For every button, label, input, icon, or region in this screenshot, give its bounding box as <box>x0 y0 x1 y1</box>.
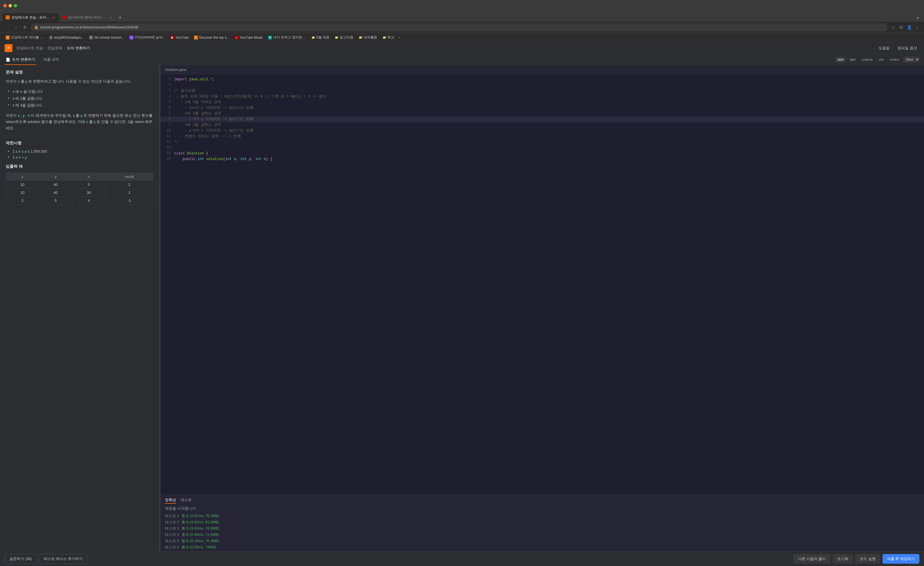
profile-button[interactable]: 👤 <box>906 24 913 31</box>
theme-sublime-button[interactable]: sublime <box>860 57 875 62</box>
bookmark-star-button[interactable]: ☆ <box>890 24 897 31</box>
tab-1-label: 코딩테스트 연습 - 숫자 변환하기 | <box>11 15 50 20</box>
result-tab-test[interactable]: 테스트 <box>181 497 192 504</box>
theme-vim-button[interactable]: vim <box>876 57 886 62</box>
tab-1-favicon <box>6 15 10 20</box>
refresh-button[interactable]: ↻ <box>22 24 28 31</box>
bookmark-programmers-icon: P <box>6 36 10 39</box>
divider-1 <box>6 136 153 136</box>
bookmark-git[interactable]: G Git remote branch... <box>87 35 127 40</box>
bookmark-activities[interactable]: 📁 대외활동 <box>356 35 380 41</box>
theme-emacs-button[interactable]: emacs <box>888 57 902 62</box>
operation-3: x 에 3을 곱합니다. <box>10 103 153 108</box>
line-content: - 변환이 안되는 경우 -> -1 반환 <box>174 134 924 139</box>
submit-button[interactable]: 제출 후 채점하기 <box>882 554 920 564</box>
bookmark-youtube-music[interactable]: ♪ YouTube Music <box>232 35 265 40</box>
bookmark-commit-icon: ✓ <box>129 36 134 39</box>
code-line: 5 - x에 n을 더하는 경우 <box>160 99 924 105</box>
test-result-item: 테스트 4통과 (0.09ms, 72.6MB) <box>165 532 920 537</box>
tab-2-label: (1) 데이터 엔지니어가 백엔드부터.. <box>68 15 106 20</box>
address-bar: ‹ › ↻ 🔒 school.programmers.co.kr/learn/c… <box>0 22 924 33</box>
forward-button[interactable]: › <box>12 24 20 31</box>
line-content: - x에 n을 더하는 경우 <box>174 99 924 105</box>
maximize-button[interactable] <box>14 4 17 8</box>
result-tab-accuracy[interactable]: 정확성 <box>165 497 176 504</box>
io-table-cell: 30 <box>72 189 105 197</box>
url-bar[interactable]: 🔒 school.programmers.co.kr/learn/courses… <box>31 23 888 31</box>
io-table-cell: 40 <box>39 181 72 189</box>
bookmark-algorithm[interactable]: 📁 알고리즘 <box>332 35 356 41</box>
close-button[interactable] <box>3 4 7 8</box>
io-col-x: x <box>6 173 39 181</box>
breadcrumb-item-2[interactable]: 연습문제 <box>48 45 62 51</box>
theme-dark-button[interactable]: dark <box>835 57 846 62</box>
bookmark-commit-label: 커밋(commit) 낱파... <box>135 35 165 40</box>
minimize-button[interactable] <box>9 4 12 8</box>
address-bar-actions: ☆ ⊡ 👤 ⋮ <box>890 24 921 31</box>
new-tab-button[interactable]: + <box>116 14 124 22</box>
tab-2[interactable]: (1) 데이터 엔지니어가 백엔드부터.. ✕ <box>59 13 116 22</box>
io-col-n: n <box>72 173 105 181</box>
test-label: 테스트 6 <box>165 545 179 550</box>
io-table-cell: 5 <box>39 197 72 205</box>
code-editor[interactable]: 1import java.util.*;23/* 알고리즘4 - 동적 프로그래… <box>160 74 924 494</box>
test-result-item: 테스트 2통과 (4.80ms, 81.8MB) <box>165 519 920 525</box>
bookmark-notes-label: 내가 보려고 정리한 정... <box>273 35 306 40</box>
add-testcase-button[interactable]: 테스트 케이스 추가하기 <box>39 554 88 564</box>
bookmarks-more[interactable]: » <box>397 35 401 40</box>
theme-light-button[interactable]: light <box>847 57 858 62</box>
code-line: 7 - x에 2를 곱하는 경우 <box>160 111 924 116</box>
line-number: 9 <box>160 122 174 128</box>
bookmark-commit[interactable]: ✓ 커밋(commit) 낱파... <box>127 35 168 41</box>
bookmark-may-jobs-icon: 📁 <box>311 36 315 39</box>
tab-2-favicon <box>63 15 67 20</box>
compile-options-button[interactable]: 컴파일 옵션 <box>895 44 920 52</box>
breadcrumb-item-1[interactable]: 코딩테스트 연습 <box>16 45 43 51</box>
menu-button[interactable]: ⋮ <box>914 24 921 31</box>
tab-problem[interactable]: 📄 숫자 변환하기 <box>4 54 36 65</box>
doc-icon: 📄 <box>6 57 10 62</box>
line-content: /* 알고리즘 <box>174 88 924 94</box>
bookmark-youtube[interactable]: ▶ YouTube <box>168 35 191 40</box>
tab-1[interactable]: 코딩테스트 연습 - 숫자 변환하기 | ✕ <box>2 13 59 22</box>
tab-submissions[interactable]: 제출 내역 <box>42 54 60 65</box>
line-content: - i*2가 y 이하라면 -> dp[i*2] 반환 <box>174 116 924 122</box>
code-line: 13 <box>160 145 924 151</box>
others-solution-button[interactable]: 다른 사람의 풀이 <box>794 554 830 564</box>
bookmark-notes[interactable]: N 내가 보려고 정리한 정... <box>266 35 308 41</box>
bookmark-youtube-icon: ▶ <box>170 36 174 39</box>
language-select[interactable]: Java <box>903 56 920 63</box>
line-number: 7 <box>160 111 174 116</box>
right-panel: Solution.java 1import java.util.*;23/* 알… <box>160 65 924 551</box>
line-number: 8 <box>160 116 174 122</box>
bookmark-may-jobs[interactable]: 📁 5월 채용 <box>309 35 332 41</box>
bookmark-baekjoon[interactable]: t tony9402/baekjoo... <box>46 35 86 40</box>
line-content: - x에 3을 곱하는 경우 <box>174 122 924 128</box>
left-panel: 문제 설명 자연수 x 를 y 로 변환하려고 합니다. 사용할 수 있는 연산… <box>0 65 159 551</box>
back-button[interactable]: ‹ <box>3 24 10 31</box>
io-table-row: 254-1 <box>6 197 153 205</box>
bookmark-discover[interactable]: D Discover the top s... <box>192 35 232 40</box>
breadcrumb-sep-1: › <box>45 46 46 50</box>
bookmark-school[interactable]: 📁 학교 <box>380 35 397 41</box>
extensions-button[interactable]: ⊡ <box>898 24 904 31</box>
bookmark-activities-label: 대외활동 <box>364 35 377 40</box>
io-col-result: result <box>105 173 153 181</box>
footer-bar: 질문하기 (38) 테스트 케이스 추가하기 다른 사람의 풀이 초기화 코드 … <box>0 551 924 566</box>
bookmark-programmers[interactable]: P 코딩테스트 대비를 위... <box>3 35 46 41</box>
operation-2: x 에 2를 곱합니다. <box>10 96 153 101</box>
run-button[interactable]: 코드 실행 <box>855 554 880 564</box>
line-number: 2 <box>160 82 174 88</box>
tab-2-close[interactable]: ✕ <box>108 15 112 20</box>
ask-button[interactable]: 질문하기 (38) <box>4 554 37 564</box>
line-number: 14 <box>160 151 174 156</box>
reset-button[interactable]: 초기화 <box>832 554 853 564</box>
bookmark-school-label: 학교 <box>387 35 394 40</box>
code-line: 4 - 동적 프로그래밍 이용 : dp[i+연산결과] == 0 || 기존 … <box>160 94 924 99</box>
bookmark-notes-icon: N <box>268 36 272 39</box>
tab-1-close[interactable]: ✕ <box>51 15 56 20</box>
io-table-cell: 5 <box>72 181 105 189</box>
line-number: 12 <box>160 139 174 145</box>
tab-dropdown-button[interactable]: ▾ <box>914 14 922 22</box>
help-button[interactable]: 도움말 <box>876 44 892 52</box>
